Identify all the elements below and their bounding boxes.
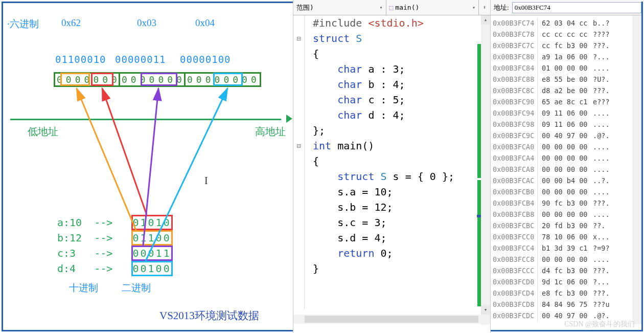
radix-label: ·六进制	[7, 17, 39, 31]
memory-address: 0x00B3FC94	[493, 107, 538, 119]
memory-row[interactable]: 0x00B3FC80a9 1a 06 00?...	[493, 51, 641, 62]
split-icon[interactable]: ⬍	[479, 4, 490, 11]
memory-row[interactable]: 0x00B3FCA800 00 00 00....	[493, 164, 641, 175]
memory-row[interactable]: 0x00B3FCB000 00 00 00....	[493, 186, 641, 197]
memory-row[interactable]: 0x00B3FC88e8 55 be 00?U?.	[493, 74, 641, 85]
memory-row[interactable]: 0x00B3FCB800 00 00 00....	[493, 209, 641, 220]
address-input[interactable]	[512, 2, 641, 13]
code-body[interactable]: ⊟⊟ #include <stdio.h>struct S{ char a : …	[293, 15, 490, 309]
scroll-thumb[interactable]	[305, 316, 478, 323]
binary-label: 二进制	[122, 282, 151, 293]
function-combo[interactable]: ⬚main()▾	[386, 0, 479, 15]
code-line[interactable]: s.b = 12;	[313, 199, 454, 215]
memory-ascii: ?U?.	[593, 74, 610, 85]
binary-top-0: 01100010	[55, 54, 106, 65]
memory-scrollbar[interactable]	[632, 15, 641, 324]
memory-row[interactable]: 0x00B3FC8401 00 00 00....	[493, 62, 641, 74]
memory-address: 0x00B3FC78	[493, 29, 538, 40]
code-line[interactable]: int main()	[313, 138, 454, 153]
memory-row[interactable]: 0x00B3FCB490 fc b3 00???.	[493, 197, 641, 209]
memory-ascii: ???.	[593, 197, 610, 209]
memory-hex: 00 00 00 00	[542, 186, 593, 197]
fold-box[interactable]: ⊟	[293, 31, 304, 46]
memory-row[interactable]: 0x00B3FC78cc cc cc cc????	[493, 29, 641, 40]
scroll-down-icon[interactable]: ▾	[481, 305, 490, 315]
function-combo-text: main()	[395, 4, 419, 11]
memory-row[interactable]: 0x00B3FCD09d 1c 06 00?...	[493, 276, 641, 287]
horizontal-scrollbar[interactable]	[293, 315, 481, 324]
high-address-label: 高地址	[255, 125, 286, 139]
memory-ascii: ????	[593, 29, 610, 40]
memory-hex: 00 00 00 00	[542, 152, 593, 164]
svg-line-0	[102, 88, 147, 215]
memory-hex: 00 40 97 00	[542, 130, 593, 141]
memory-row[interactable]: 0x00B3FCC078 10 06 00x...	[493, 231, 641, 242]
code-lines[interactable]: #include <stdio.h>struct S{ char a : 3; …	[305, 15, 454, 309]
scroll-up-icon[interactable]: ▴	[481, 15, 490, 25]
bitfield-row: b:12 --> 01100	[57, 230, 173, 246]
memory-ascii: ???.	[593, 265, 610, 276]
code-line[interactable]: s.d = 4;	[313, 230, 454, 246]
column-labels: 十进制二进制	[69, 281, 151, 295]
code-line[interactable]: struct S	[313, 31, 454, 46]
code-line[interactable]: s.c = 3;	[313, 215, 454, 230]
bitfield-row: c:3 --> 00011	[57, 246, 173, 261]
memory-hex: cc fc b3 00	[542, 40, 593, 51]
memory-ascii: ....	[593, 62, 610, 74]
binary-top-2: 00000100	[180, 54, 231, 65]
memory-row[interactable]: 0x00B3FCCCd4 fc b3 00???.	[493, 265, 641, 276]
memory-row[interactable]: 0x00B3FCD4e8 fc b3 00???.	[493, 287, 641, 299]
memory-address: 0x00B3FC7C	[493, 40, 538, 51]
memory-row[interactable]: 0x00B3FCAC00 00 b4 00..?.	[493, 175, 641, 186]
text-cursor-icon: I	[204, 175, 208, 187]
memory-row[interactable]: 0x00B3FCD884 84 96 75???u	[493, 299, 641, 310]
code-line[interactable]: };	[313, 123, 454, 138]
memory-address: 0x00B3FCB0	[493, 186, 538, 197]
memory-row[interactable]: 0x00B3FC7Ccc fc b3 00???.	[493, 40, 641, 51]
memory-row[interactable]: 0x00B3FCC4b1 3d 39 c1?=9?	[493, 242, 641, 254]
code-line[interactable]: char c : 5;	[313, 92, 454, 107]
binary-top-1: 00000011	[115, 54, 166, 65]
code-line[interactable]: struct S s = { 0 };	[313, 169, 454, 184]
memory-hex: 09 11 06 00	[542, 119, 593, 130]
memory-row[interactable]: 0x00B3FCA400 00 00 00....	[493, 152, 641, 164]
memory-address: 0x00B3FCAC	[493, 175, 538, 186]
hex-value-1: 0x03	[137, 17, 156, 29]
memory-row[interactable]: 0x00B3FCA000 00 00 00....	[493, 141, 641, 152]
code-line[interactable]: char d : 4;	[313, 107, 454, 123]
memory-row[interactable]: 0x00B3FC9C00 40 97 00.@?.	[493, 130, 641, 141]
code-line[interactable]: #include <stdio.h>	[313, 15, 454, 31]
memory-address: 0x00B3FC74	[493, 17, 538, 29]
memory-address: 0x00B3FC84	[493, 62, 538, 74]
memory-row[interactable]: 0x00B3FCBC20 fd b3 00 ??.	[493, 220, 641, 231]
code-line[interactable]: return 0;	[313, 246, 454, 261]
memory-hex: 65 ae 8c c1	[542, 96, 593, 107]
memory-row[interactable]: 0x00B3FC8Cd8 a2 be 00???.	[493, 85, 641, 96]
code-line[interactable]: {	[313, 46, 454, 61]
code-line[interactable]: char b : 4;	[313, 77, 454, 92]
fold-box	[293, 15, 304, 31]
memory-ascii: ....	[593, 152, 610, 164]
memory-ascii: x...	[593, 231, 610, 242]
memory-ascii: ..?.	[593, 175, 610, 186]
code-line[interactable]: s.a = 10;	[313, 184, 454, 199]
scope-combo[interactable]: 范围)▾	[293, 0, 386, 15]
memory-row[interactable]: 0x00B3FC9065 ae 8c c1e???	[493, 96, 641, 107]
memory-hex: 00 00 b4 00	[542, 175, 593, 186]
fold-box[interactable]: ⊟	[293, 138, 304, 153]
saved-indicator	[477, 44, 481, 178]
field-d-top	[213, 73, 243, 86]
code-line[interactable]: char a : 3;	[313, 61, 454, 77]
memory-address: 0x00B3FCBC	[493, 220, 538, 231]
bitfield-row: a:10 --> 01010	[57, 215, 173, 230]
code-line[interactable]: }	[313, 261, 454, 276]
fold-box	[293, 123, 304, 138]
memory-row[interactable]: 0x00B3FC7462 03 04 ccb..?	[493, 17, 641, 29]
memory-rows[interactable]: 0x00B3FC7462 03 04 ccb..?0x00B3FC78cc cc…	[491, 15, 641, 321]
code-line[interactable]: {	[313, 153, 454, 169]
vertical-scrollbar[interactable]	[481, 15, 490, 325]
memory-row[interactable]: 0x00B3FC9409 11 06 00....	[493, 107, 641, 119]
memory-row[interactable]: 0x00B3FC9809 11 06 00....	[493, 119, 641, 130]
memory-address: 0x00B3FCDC	[493, 310, 538, 321]
memory-row[interactable]: 0x00B3FCC800 00 00 00....	[493, 254, 641, 265]
